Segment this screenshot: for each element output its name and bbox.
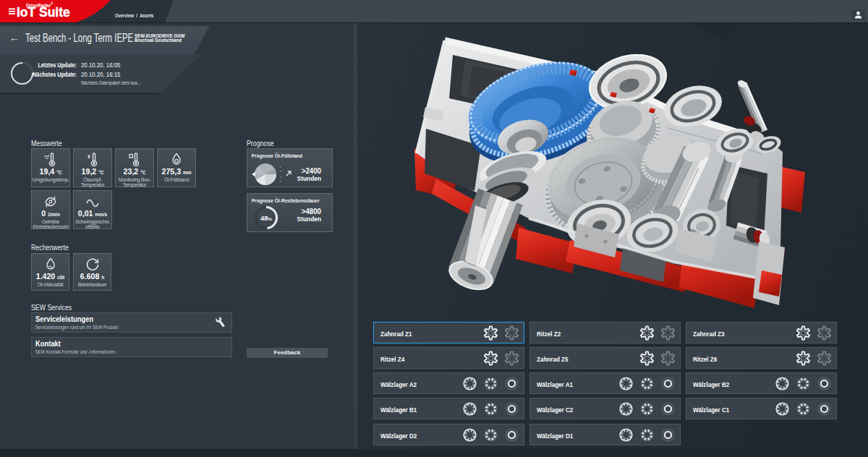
svg-text:48%: 48% [260,214,273,222]
